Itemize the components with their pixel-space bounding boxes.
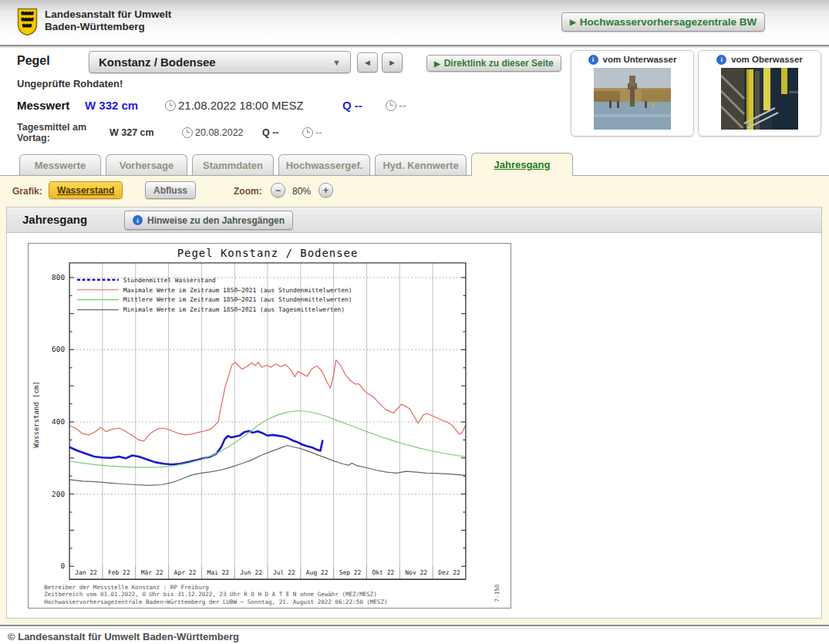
info-icon: i [588, 55, 598, 65]
chart-y-tick-label: 600 [52, 345, 65, 353]
chart-legend-label: Maximale Werte im Zeitraum 1850−2021 (au… [123, 287, 352, 294]
webcam-unterwasser-header: i vom Unterwasser [571, 51, 693, 68]
webcam-card-oberwasser[interactable]: i vom Oberwasser [698, 50, 821, 137]
zoom-in-button[interactable]: + [318, 183, 333, 197]
abfluss-button[interactable]: Abfluss [145, 181, 196, 199]
webcam-unterwasser-photo [594, 68, 671, 130]
clock-icon [165, 100, 176, 111]
chart-footnote: Betreiber der Messstelle Konstanz : RP F… [44, 584, 209, 591]
jahresgang-tab-panel: Grafik: Wasserstand Abfluss Zoom: − 80% … [0, 175, 829, 625]
chart-x-tick-label: Sep 22 [339, 569, 362, 576]
copyright-text: © Landesanstalt für Umwelt Baden-Württem… [8, 631, 239, 642]
chart-x-tick-label: Jul 22 [273, 569, 295, 576]
chevron-down-icon: ▼ [332, 58, 341, 67]
chart-x-tick-label: Jan 22 [75, 569, 97, 576]
triangle-right-icon: ▶ [434, 59, 440, 68]
chart-legend-label: Minimale Werte im Zeitraum 1850−2021 (au… [123, 306, 345, 313]
chart-y-tick-label: 800 [52, 273, 65, 282]
zoom-value: 80% [292, 186, 311, 197]
arrow-left-icon: ◄ [363, 58, 372, 67]
chart-x-tick-label: Okt 22 [372, 569, 395, 576]
tab-stammdaten[interactable]: Stammdaten [192, 154, 274, 175]
hinweise-button-label: Hinweise zu den Jahresgängen [147, 215, 285, 226]
station-select[interactable]: Konstanz / Bodensee ▼ [89, 51, 351, 73]
section-header-bar: Jahresgang i Hinweise zu den Jahresgänge… [7, 207, 821, 233]
jahresgang-content-panel: Jahresgang i Hinweise zu den Jahresgänge… [6, 207, 822, 619]
messwert-q-time: -- [386, 99, 406, 112]
jahresgang-chart-panel: Pegel Konstanz / BodenseeWasserstand [cm… [28, 243, 511, 609]
chart-legend-label: Mittlere Werte im Zeitraum 1850−2021 (au… [123, 296, 352, 303]
messwert-row: Messwert W 332 cm 21.08.2022 18:00 MESZ … [17, 99, 406, 112]
chart-y-tick-label: 200 [52, 490, 65, 498]
hvz-bw-button-label: Hochwasservorhersagezentrale BW [580, 16, 757, 28]
grafik-label: Grafik: [12, 186, 42, 197]
tab-messwerte[interactable]: Messwerte [19, 154, 101, 175]
chart-x-tick-label: Jun 22 [240, 569, 262, 576]
clock-icon [302, 127, 313, 138]
chart-side-note: 7-150 [494, 584, 500, 602]
chart-x-tick-label: Aug 22 [306, 569, 329, 576]
triangle-right-icon: ▶ [570, 18, 576, 26]
chart-x-tick-label: Mär 22 [141, 569, 163, 576]
messwert-label: Messwert [17, 99, 85, 112]
messwert-w-value: W 332 cm [85, 99, 165, 112]
chart-x-tick-label: Dez 22 [438, 569, 460, 576]
chart-x-tick-label: Feb 22 [108, 569, 130, 576]
info-icon: i [716, 55, 726, 65]
hvz-bw-button[interactable]: ▶ Hochwasservorhersagezentrale BW [561, 12, 765, 32]
section-title: Jahresgang [22, 213, 87, 226]
info-icon: i [133, 215, 143, 225]
webcam-oberwasser-header: i vom Oberwasser [699, 51, 821, 68]
hinweise-button[interactable]: i Hinweise zu den Jahresgängen [124, 211, 293, 230]
org-title: Landesanstalt für Umwelt Baden-Württembe… [45, 8, 171, 33]
chart-x-tick-label: Mai 22 [207, 569, 229, 576]
pegel-label: Pegel [17, 54, 50, 68]
prev-station-button[interactable]: ◄ [357, 52, 378, 72]
chart-x-tick-label: Nov 22 [405, 569, 427, 576]
clock-icon [386, 100, 396, 111]
tagesmittel-w-value: W 327 cm [110, 127, 182, 138]
messwert-q-value: Q -- [342, 99, 386, 112]
arrow-right-icon: ► [388, 58, 396, 67]
org-title-line1: Landesanstalt für Umwelt [45, 8, 171, 21]
tagesmittel-q-value: Q -- [262, 127, 302, 138]
webcam-card-unterwasser[interactable]: i vom Unterwasser [571, 50, 694, 137]
tagesmittel-label: Tagesmittel am Vortag: [17, 122, 110, 143]
tab-hyd-kennwerte[interactable]: Hyd. Kennwerte [375, 154, 467, 175]
zoom-out-button[interactable]: − [271, 183, 285, 197]
page-header: Landesanstalt für Umwelt Baden-Württembe… [0, 0, 829, 46]
tagesmittel-q-time: -- [302, 127, 322, 138]
footer-divider [0, 625, 829, 629]
direktlink-button[interactable]: ▶ Direktlink zu dieser Seite [426, 55, 561, 72]
raw-data-notice: Ungeprüfte Rohdaten! [17, 78, 123, 89]
chart-title: Pegel Konstanz / Bodensee [177, 247, 359, 259]
wasserstand-button[interactable]: Wasserstand [49, 181, 123, 199]
zoom-label: Zoom: [234, 186, 262, 197]
webcam-oberwasser-photo [721, 68, 798, 130]
chart-footnote: Hochwasservorhersagezentrale Baden−Württ… [44, 598, 387, 605]
messwert-timestamp: 21.08.2022 18:00 MESZ [165, 99, 342, 112]
webcam-oberwasser-label: vom Oberwasser [731, 55, 803, 64]
direktlink-button-label: Direktlink zu dieser Seite [444, 58, 554, 69]
tagesmittel-date: 20.08.2022 [182, 127, 262, 138]
tab-hochwassergef[interactable]: Hochwassergef. [278, 154, 370, 175]
tagesmittel-row: Tagesmittel am Vortag: W 327 cm 20.08.20… [17, 122, 322, 143]
chart-series-line-1 [69, 431, 322, 465]
jahresgang-chart-svg: Pegel Konstanz / BodenseeWasserstand [cm… [29, 244, 511, 608]
chart-legend-label: Stundenmittel Wasserstand [123, 277, 216, 284]
chart-y-tick-label: 0 [60, 561, 65, 570]
chart-y-tick-label: 400 [52, 417, 65, 426]
chart-ylabel: Wasserstand [cm] [32, 381, 40, 447]
next-station-button[interactable]: ► [382, 52, 403, 72]
chart-x-tick-label: Apr 22 [174, 569, 197, 576]
org-title-line2: Baden-Württemberg [45, 21, 171, 33]
chart-footnote: Zeitbereich vom 01.01.2022, 0 Uhr bis 31… [44, 591, 377, 598]
clock-icon [182, 127, 193, 138]
webcam-unterwasser-label: vom Unterwasser [603, 55, 677, 64]
baden-wuerttemberg-coat-of-arms-icon [17, 8, 38, 36]
station-select-value: Konstanz / Bodensee [99, 56, 216, 69]
tab-jahresgang[interactable]: Jahresgang [471, 153, 573, 176]
tab-vorhersage[interactable]: Vorhersage [106, 154, 187, 175]
